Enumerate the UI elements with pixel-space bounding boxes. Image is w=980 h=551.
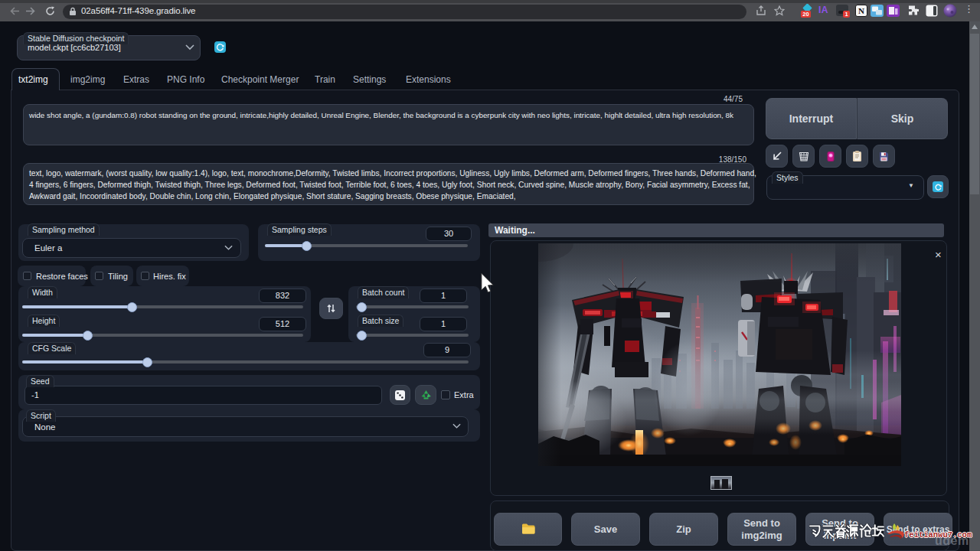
svg-text:20: 20	[802, 11, 808, 18]
svg-text:N: N	[858, 6, 864, 15]
svg-text:1: 1	[844, 11, 848, 18]
